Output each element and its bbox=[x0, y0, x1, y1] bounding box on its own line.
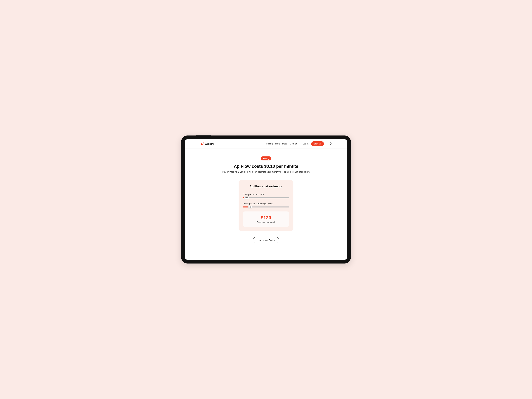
brand-name: ApiFlow bbox=[205, 142, 214, 145]
estimate-amount: $120 bbox=[245, 215, 287, 221]
nav-link-pricing[interactable]: Pricing bbox=[266, 142, 273, 145]
duration-slider-thumb[interactable]: 12 bbox=[248, 206, 252, 208]
estimate-caption: Total cost per month bbox=[245, 221, 287, 223]
brand-logo-icon bbox=[201, 142, 204, 145]
content-frame: Pricing ApiFlow costs $0.10 per minute P… bbox=[185, 148, 347, 260]
estimate-result: $120 Total cost per month bbox=[243, 211, 289, 227]
moon-icon bbox=[329, 142, 332, 145]
tablet-device-frame: ApiFlow Pricing Blog Docs Contact Log in… bbox=[181, 135, 351, 264]
theme-toggle-button[interactable] bbox=[328, 141, 332, 146]
app-screen: ApiFlow Pricing Blog Docs Contact Log in… bbox=[185, 139, 347, 260]
section-badge: Pricing bbox=[261, 156, 272, 160]
login-link[interactable]: Log in bbox=[303, 142, 308, 145]
nav-link-docs[interactable]: Docs bbox=[282, 142, 287, 145]
page-subhead: Pay only for what you use. You can estim… bbox=[222, 171, 310, 173]
nav-link-contact[interactable]: Contact bbox=[290, 142, 298, 145]
calls-slider-label: Calls per month (100) bbox=[243, 193, 289, 196]
calls-slider-thumb[interactable]: 100 bbox=[244, 196, 249, 199]
tablet-side-buttons bbox=[181, 195, 181, 204]
brand-logo[interactable]: ApiFlow bbox=[201, 142, 214, 145]
nav-link-blog[interactable]: Blog bbox=[275, 142, 280, 145]
calls-slider[interactable]: 100 bbox=[243, 197, 289, 198]
call-duration-control: Average Call duration (12 Mins) 12 bbox=[243, 202, 289, 208]
cost-estimator-card: ApiFlow cost estimator Calls per month (… bbox=[239, 180, 293, 231]
calls-per-month-control: Calls per month (100) 100 bbox=[243, 193, 289, 198]
learn-about-pricing-button[interactable]: Learn about Pricing bbox=[253, 237, 279, 243]
duration-slider-label: Average Call duration (12 Mins) bbox=[243, 202, 289, 205]
primary-nav: Pricing Blog Docs Contact Log in Sign up bbox=[266, 141, 342, 146]
signup-button[interactable]: Sign up bbox=[311, 141, 324, 146]
site-header: ApiFlow Pricing Blog Docs Contact Log in… bbox=[185, 139, 347, 148]
page-headline: ApiFlow costs $0.10 per minute bbox=[234, 164, 298, 169]
duration-slider[interactable]: 12 bbox=[243, 207, 289, 208]
estimator-title: ApiFlow cost estimator bbox=[243, 185, 289, 188]
main-content: Pricing ApiFlow costs $0.10 per minute P… bbox=[185, 148, 347, 260]
